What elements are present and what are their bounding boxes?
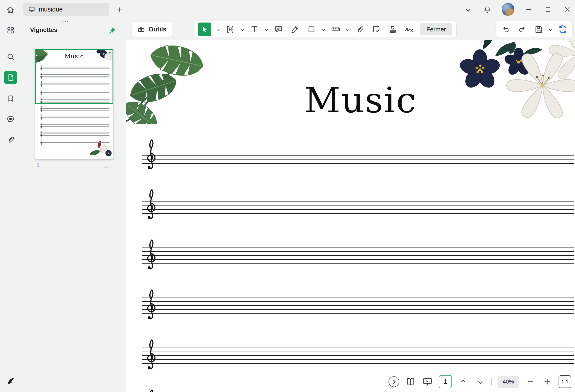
actual-size-label: 1:1 [562,379,568,385]
treble-clef-icon [146,138,156,171]
viewport-indicator[interactable] [35,49,113,104]
actual-size-button[interactable]: 1:1 [559,375,571,388]
home-icon [6,5,15,14]
expand-controls-button[interactable] [388,376,399,387]
sticker-tool-button[interactable] [371,24,382,35]
chevron-right-icon [391,380,396,384]
thumbnail-staff [40,116,109,119]
chevron-down-icon[interactable] [216,28,220,31]
viewer-controls: 1 40% 1:1 [388,375,571,388]
comment-icon [274,25,283,34]
tab-label: musique [39,6,63,13]
pen-tool-button[interactable] [290,24,300,35]
chevron-down-icon[interactable] [241,28,244,31]
zoom-out-button[interactable] [525,376,536,387]
thumbnails-panel: ⋯ Vignettes Mu [21,19,126,392]
thumbnail-staff [40,141,109,144]
panel-title: Vignettes [30,26,58,34]
flowers-art [441,40,575,131]
select-tool-button-active[interactable] [198,22,211,36]
treble-clef-icon [40,139,42,146]
tools-button[interactable]: Outils [132,22,172,37]
stamp-icon [388,25,397,34]
monitor-icon [28,6,35,13]
reading-view-button[interactable] [405,376,416,387]
zoom-in-button[interactable] [542,376,553,387]
paperclip-icon [6,135,15,144]
close-button[interactable] [562,4,572,14]
chevron-down-icon [466,7,470,12]
redo-icon [517,25,527,34]
panel-drag-handle[interactable]: ⋯ [21,17,111,25]
thumbnail-staff [40,108,109,111]
highlight-tool-button[interactable] [225,24,236,35]
bell-icon [483,5,492,14]
thumbnail-staff [40,124,109,127]
treble-clef-icon [40,114,42,121]
zoom-level-button[interactable]: 40% [498,376,519,388]
document-tab[interactable]: musique [24,3,109,16]
document-icon [6,73,15,82]
maximize-icon [544,6,552,13]
treble-clef-icon [40,106,42,112]
feedback-button[interactable] [4,112,17,126]
search-button[interactable] [4,50,17,63]
chevron-down-icon[interactable] [346,28,349,31]
page-number-input[interactable]: 1 [439,375,452,388]
chevron-down-icon[interactable] [549,28,552,31]
toolbar-collapse-button[interactable] [463,4,473,14]
bookmark-icon [6,94,15,103]
close-tools-button[interactable]: Fermer [420,23,452,35]
attachments-button[interactable] [4,133,17,146]
maximize-button[interactable] [543,4,553,14]
pin-icon [108,26,116,35]
sticker-icon [372,25,381,34]
cursor-arrow-icon [201,25,209,33]
text-tool-button[interactable] [249,24,260,35]
pin-panel-button[interactable] [107,25,118,36]
next-page-button[interactable] [475,376,486,387]
undo-button[interactable] [500,24,511,35]
measure-tool-button[interactable] [330,24,341,35]
save-button[interactable] [533,24,544,35]
content-area: Outils [126,19,575,392]
zoom-level-value: 40% [503,378,514,385]
apps-grid-button[interactable] [4,24,17,37]
music-staff [142,247,574,264]
history-group [496,21,573,38]
new-tab-button[interactable] [115,5,124,15]
close-icon [563,5,571,13]
thumbnail-more-button[interactable]: … [104,163,114,168]
home-button[interactable] [5,5,16,15]
comment-tool-button[interactable] [273,24,284,35]
chevron-down-icon[interactable] [265,28,268,31]
shape-tool-button[interactable] [306,24,317,35]
chevron-down-icon[interactable] [322,28,325,31]
attach-tool-button[interactable] [355,24,365,35]
paperclip-icon [355,25,364,34]
presentation-button[interactable] [422,376,433,387]
save-icon [534,25,543,34]
tools-button-label: Outils [148,26,167,33]
thumbnail-page-number: 1 [35,161,40,169]
text-icon [250,25,259,34]
bookmarks-button[interactable] [4,92,17,105]
app-logo-button[interactable] [4,375,17,388]
document-canvas[interactable]: Music 1 40% [126,40,575,392]
redo-button[interactable] [517,24,527,35]
stamp-tool-button[interactable] [387,24,398,35]
chevron-down-icon [478,380,482,384]
notifications-button[interactable] [482,4,492,14]
minimize-button[interactable] [524,4,534,14]
signature-tool-button[interactable] [404,24,415,35]
treble-clef-icon [146,338,156,371]
sync-icon [557,24,568,35]
sync-account-button[interactable] [557,24,568,35]
minus-icon [526,377,535,386]
page-thumbnail[interactable]: Music [35,49,114,159]
documents-button-active[interactable] [4,71,17,84]
user-avatar[interactable] [502,3,514,16]
plus-icon [543,377,551,386]
treble-clef-icon [40,131,42,137]
previous-page-button[interactable] [457,376,469,387]
